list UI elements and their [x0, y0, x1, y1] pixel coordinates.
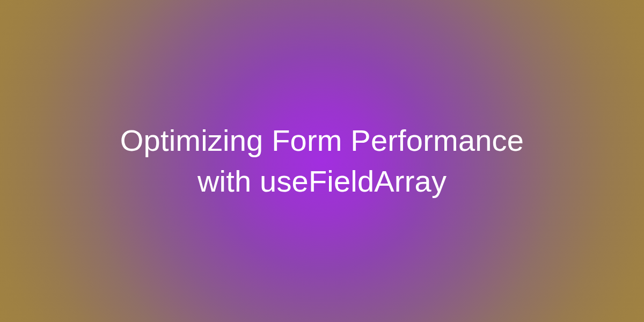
hero-banner: Optimizing Form Performance with useFiel…: [0, 0, 644, 322]
hero-title: Optimizing Form Performance with useFiel…: [120, 120, 524, 201]
hero-title-line1: Optimizing Form Performance: [120, 123, 524, 157]
hero-title-line2: with useFieldArray: [197, 164, 447, 198]
